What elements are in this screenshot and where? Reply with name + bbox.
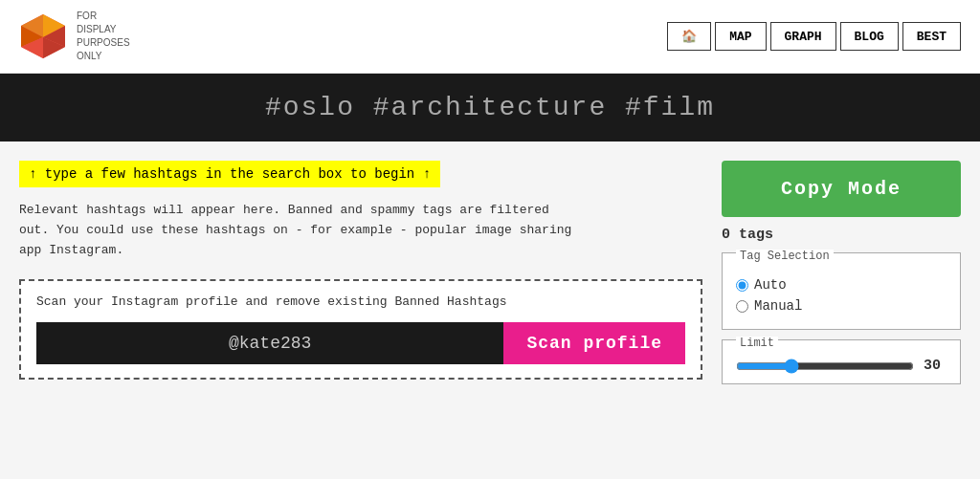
scan-input-row: Scan profile bbox=[36, 322, 685, 364]
nav-graph-button[interactable]: GRAPH bbox=[770, 22, 836, 51]
radio-manual-label[interactable]: Manual bbox=[736, 298, 947, 314]
tag-selection-legend: Tag Selection bbox=[736, 250, 834, 263]
instagram-username-input[interactable] bbox=[36, 322, 503, 364]
right-panel: Copy Mode 0 tags Tag Selection Auto Manu… bbox=[722, 161, 961, 384]
scan-profile-button[interactable]: Scan profile bbox=[503, 322, 685, 364]
hint-box: ↑ type a few hashtags in the search box … bbox=[19, 161, 440, 187]
logo-area: FOR DISPLAY PURPOSES ONLY bbox=[19, 10, 130, 63]
radio-manual-text: Manual bbox=[754, 298, 802, 314]
nav-blog-button[interactable]: BLOG bbox=[840, 22, 899, 51]
limit-box: Limit 30 bbox=[722, 339, 961, 384]
nav-map-button[interactable]: MAP bbox=[715, 22, 766, 51]
nav-buttons: 🏠 MAP GRAPH BLOG BEST bbox=[667, 22, 961, 51]
logo-icon bbox=[19, 12, 67, 60]
tags-count: 0 tags bbox=[722, 227, 961, 243]
copy-mode-button[interactable]: Copy Mode bbox=[722, 161, 961, 217]
tag-selection-options: Auto Manual bbox=[736, 277, 947, 314]
left-content: ↑ type a few hashtags in the search box … bbox=[19, 161, 702, 380]
search-bar bbox=[0, 74, 980, 142]
radio-manual[interactable] bbox=[736, 300, 748, 313]
nav-best-button[interactable]: BEST bbox=[902, 22, 961, 51]
tag-selection-box: Tag Selection Auto Manual bbox=[722, 252, 961, 330]
scan-box: Scan your Instagram profile and remove e… bbox=[19, 279, 702, 380]
description-text: Relevant hashtags will appear here. Bann… bbox=[19, 201, 702, 260]
limit-slider[interactable] bbox=[736, 359, 914, 374]
limit-value: 30 bbox=[924, 358, 947, 374]
main-content: ↑ type a few hashtags in the search box … bbox=[0, 142, 980, 403]
scan-description: Scan your Instagram profile and remove e… bbox=[36, 294, 685, 309]
nav-home-button[interactable]: 🏠 bbox=[667, 22, 711, 51]
logo-tagline: FOR DISPLAY PURPOSES ONLY bbox=[77, 10, 130, 63]
limit-inner: 30 bbox=[736, 358, 947, 374]
radio-auto[interactable] bbox=[736, 279, 748, 292]
radio-auto-label[interactable]: Auto bbox=[736, 277, 947, 293]
radio-auto-text: Auto bbox=[754, 277, 787, 293]
limit-legend: Limit bbox=[736, 337, 778, 350]
search-input[interactable] bbox=[19, 93, 961, 122]
header: FOR DISPLAY PURPOSES ONLY 🏠 MAP GRAPH BL… bbox=[0, 0, 980, 74]
